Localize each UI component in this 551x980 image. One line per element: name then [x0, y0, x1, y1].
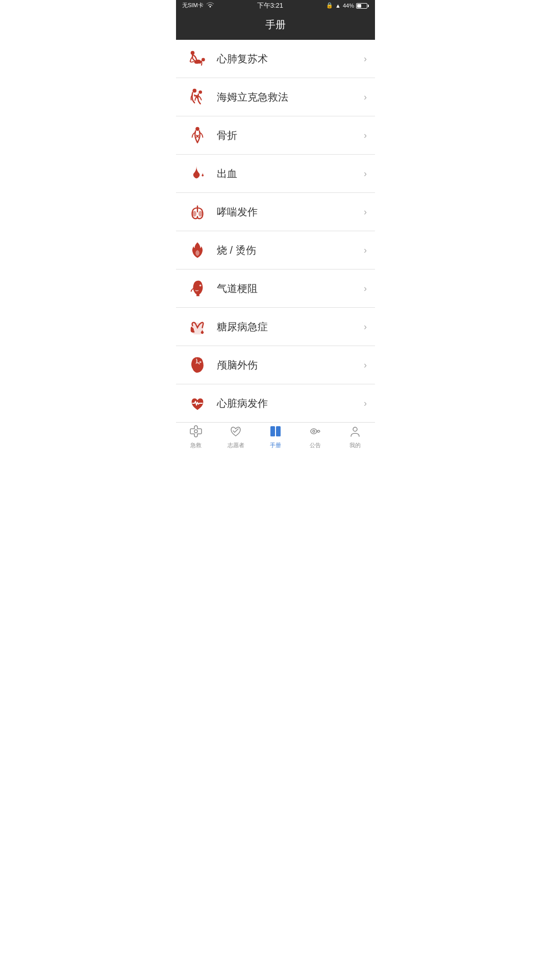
- diabetes-label: 糖尿病急症: [211, 320, 360, 334]
- tab-handbook[interactable]: 手册: [256, 423, 295, 451]
- tab-handbook-label: 手册: [270, 442, 281, 449]
- svg-point-5: [198, 90, 202, 94]
- airway-chevron: ›: [364, 283, 367, 294]
- list-item-bleeding[interactable]: 出血 ›: [176, 155, 375, 193]
- wifi-icon: [206, 2, 214, 9]
- handbook-icon: [269, 425, 282, 440]
- bleeding-label: 出血: [211, 167, 360, 181]
- tab-rescue-label: 急救: [190, 442, 202, 449]
- airway-label: 气道梗阻: [211, 282, 360, 296]
- fracture-icon: [184, 126, 211, 145]
- fracture-label: 骨折: [211, 129, 360, 142]
- diabetes-icon: [184, 317, 211, 336]
- location-icon: ▲: [335, 3, 341, 9]
- airway-icon: [184, 279, 211, 298]
- notice-icon: [309, 425, 322, 440]
- sim-status: 无SIM卡: [182, 2, 204, 9]
- bleeding-icon: [184, 164, 211, 183]
- heimlich-icon: [184, 87, 211, 107]
- svg-point-9: [193, 211, 197, 216]
- svg-point-11: [199, 284, 202, 286]
- status-bar: 无SIM卡 下午3:21 🔒 ▲ 44%: [176, 0, 375, 11]
- heimlich-chevron: ›: [364, 92, 367, 103]
- list-item-heart[interactable]: 心脏病发作 ›: [176, 384, 375, 422]
- head-icon: [184, 355, 211, 375]
- svg-rect-2: [194, 61, 201, 64]
- heart-label: 心脏病发作: [211, 397, 360, 410]
- volunteer-icon: [229, 425, 242, 440]
- page-title: 手册: [265, 19, 286, 30]
- list-item-head[interactable]: 颅脑外伤 ›: [176, 346, 375, 384]
- svg-point-10: [198, 211, 203, 216]
- svg-point-4: [193, 89, 197, 93]
- list-item-asthma[interactable]: 哮喘发作 ›: [176, 193, 375, 231]
- svg-point-18: [313, 430, 315, 432]
- cpr-chevron: ›: [364, 54, 367, 64]
- cpr-icon: [184, 49, 211, 68]
- tab-bar: 急救 志愿者 手册 公告: [176, 422, 375, 451]
- asthma-chevron: ›: [364, 207, 367, 217]
- head-label: 颅脑外伤: [211, 358, 360, 372]
- svg-point-12: [199, 361, 202, 363]
- cpr-label: 心肺复苏术: [211, 52, 360, 66]
- list-item-cpr[interactable]: 心肺复苏术 ›: [176, 40, 375, 78]
- tab-mine[interactable]: 我的: [335, 423, 375, 451]
- tab-notice[interactable]: 公告: [295, 423, 335, 451]
- tab-volunteer-label: 志愿者: [228, 442, 244, 449]
- battery-icon: [356, 3, 369, 9]
- heart-chevron: ›: [364, 398, 367, 409]
- rescue-icon: [189, 425, 203, 440]
- status-left: 无SIM卡: [182, 2, 214, 9]
- tab-rescue[interactable]: 急救: [176, 423, 216, 451]
- diabetes-chevron: ›: [364, 322, 367, 332]
- status-time: 下午3:21: [257, 1, 283, 10]
- burn-chevron: ›: [364, 245, 367, 256]
- svg-point-17: [311, 429, 317, 434]
- asthma-icon: [184, 202, 211, 222]
- bleeding-chevron: ›: [364, 168, 367, 179]
- svg-rect-14: [270, 426, 275, 436]
- heart-icon: [184, 394, 211, 413]
- page-header: 手册: [176, 11, 375, 40]
- asthma-label: 哮喘发作: [211, 205, 360, 219]
- svg-rect-15: [276, 426, 281, 436]
- fracture-chevron: ›: [364, 130, 367, 141]
- tab-volunteer[interactable]: 志愿者: [216, 423, 256, 451]
- tab-mine-label: 我的: [349, 442, 361, 449]
- battery-percent: 44%: [343, 3, 354, 9]
- burn-icon: [184, 240, 211, 260]
- lock-icon: 🔒: [326, 2, 333, 9]
- svg-point-6: [195, 127, 199, 131]
- heimlich-label: 海姆立克急救法: [211, 90, 360, 104]
- svg-point-13: [194, 430, 197, 433]
- burn-label: 烧 / 烫伤: [211, 243, 360, 257]
- list-item-heimlich[interactable]: 海姆立克急救法 ›: [176, 78, 375, 116]
- svg-point-3: [202, 58, 205, 62]
- list-item-airway[interactable]: 气道梗阻 ›: [176, 270, 375, 308]
- svg-point-19: [353, 427, 357, 431]
- list-item-diabetes[interactable]: 糖尿病急症 ›: [176, 308, 375, 346]
- head-chevron: ›: [364, 360, 367, 371]
- mine-icon: [348, 425, 362, 440]
- tab-notice-label: 公告: [310, 442, 321, 449]
- manual-list: 心肺复苏术 › 海姆立克急救法 ›: [176, 40, 375, 422]
- list-item-burn[interactable]: 烧 / 烫伤 ›: [176, 231, 375, 270]
- list-item-fracture[interactable]: 骨折 ›: [176, 116, 375, 155]
- status-right: 🔒 ▲ 44%: [326, 2, 369, 9]
